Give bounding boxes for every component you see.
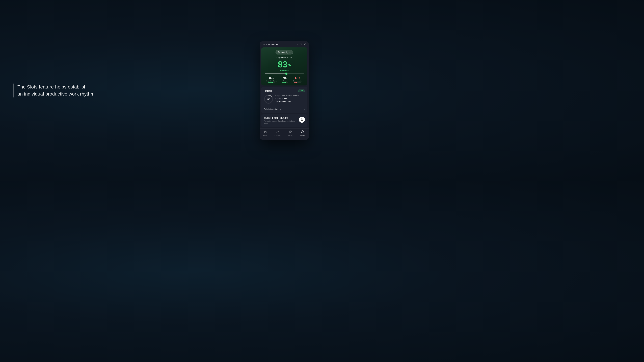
window-controls: − □ ✕	[296, 43, 306, 46]
nav-monitoring[interactable]: Monitoring	[272, 130, 282, 136]
fatigue-info: Fatigue accumulates Normal, a break 4 mi…	[276, 94, 305, 103]
fatigue-body: 17% Fatigue accumulates Normal, a break …	[264, 94, 305, 104]
fatigue-header: Fatigue Low	[264, 89, 305, 92]
nav-tracking[interactable]: Tracking	[298, 130, 306, 136]
training-icon	[289, 130, 292, 134]
stat-concentration: 1.15 Concentration	[293, 76, 302, 83]
today-content: Today: 1 slot | 0h 14m The slot is creat…	[264, 117, 299, 125]
slider-track	[265, 73, 304, 74]
left-text: The Slots feature helps establish an ind…	[14, 83, 94, 97]
stat-cognitive-value: 83%	[266, 76, 277, 80]
fatigue-percent: 17%	[267, 98, 270, 100]
monitoring-icon	[276, 130, 279, 134]
stat-concentration-thumb	[296, 82, 297, 83]
stats-row: 83% Cognitive Score 79% Focus 1.15 Conce…	[264, 76, 304, 83]
tracking-icon	[301, 130, 304, 134]
stat-cognitive-label: Cognitive Score	[266, 80, 277, 82]
nav-training[interactable]: Training	[286, 130, 294, 136]
switch-rest-mode[interactable]: Switch to rest mode ›	[264, 106, 305, 111]
stat-focus-slider	[282, 82, 288, 83]
fatigue-title: Fatigue	[264, 89, 272, 92]
svg-point-2	[302, 119, 302, 120]
slider-fill	[265, 73, 286, 74]
stat-focus-thumb	[285, 82, 286, 83]
fatigue-badge: Low	[298, 89, 305, 92]
nav-items: Home Monitoring Training	[260, 130, 308, 136]
app-window: Mind Tracker BCI − □ ✕ Productivity ≡ Co…	[260, 41, 308, 140]
stat-focus: 79% Focus	[282, 76, 288, 83]
nav-monitoring-label: Monitoring	[274, 135, 281, 136]
stat-cognitive-thumb	[272, 82, 273, 83]
switch-arrow-icon: ›	[304, 108, 305, 111]
score-status: Excellent!	[264, 69, 304, 72]
stat-concentration-slider	[294, 82, 301, 83]
svg-marker-3	[289, 131, 292, 133]
left-border	[14, 83, 14, 97]
fatigue-description: Fatigue accumulates Normal, a break 4 mi…	[276, 94, 305, 100]
nav-training-label: Training	[288, 135, 293, 136]
productivity-label: Productivity	[278, 51, 288, 53]
settings-button[interactable]	[299, 117, 305, 123]
fatigue-section: Fatigue Low 17% Fatigue accumulates Norm…	[261, 87, 307, 113]
score-slider[interactable]	[264, 73, 304, 74]
switch-rest-label: Switch to rest mode	[264, 108, 281, 110]
home-icon	[264, 130, 267, 134]
cognitive-score-title: Cognitive Score	[264, 56, 304, 59]
window-title: Mind Tracker BCI	[263, 43, 280, 46]
slider-thumb	[285, 73, 287, 75]
productivity-badge: Productivity ≡	[264, 50, 304, 54]
headline: The Slots feature helps establish an ind…	[18, 83, 94, 97]
today-section: Today: 1 slot | 0h 14m The slot is creat…	[261, 114, 307, 127]
left-panel: The Slots feature helps establish an ind…	[14, 83, 94, 97]
nav-home[interactable]: Home	[262, 130, 269, 136]
nav-indicator	[279, 138, 289, 138]
filter-icon: ≡	[290, 51, 290, 53]
productivity-section: Productivity ≡ Cognitive Score 83% Excel…	[261, 47, 307, 85]
fatigue-circle: 17%	[264, 94, 273, 104]
current-slot: Current slot:16M	[276, 100, 305, 103]
nav-tracking-label: Tracking	[300, 135, 305, 136]
stat-concentration-label: Concentration	[293, 80, 302, 82]
stat-cognitive: 83% Cognitive Score	[266, 76, 277, 83]
stat-concentration-value: 1.15	[293, 76, 302, 80]
close-button[interactable]: ✕	[304, 43, 306, 46]
stat-cognitive-slider	[268, 82, 275, 83]
stat-focus-label: Focus	[282, 80, 288, 82]
productivity-pill[interactable]: Productivity ≡	[276, 50, 293, 54]
bottom-nav: Home Monitoring Training	[260, 128, 308, 140]
today-description: The slot is created if you have worked a…	[264, 120, 299, 125]
today-title: Today: 1 slot | 0h 14m	[264, 117, 299, 119]
score-unit: %	[288, 63, 291, 67]
nav-home-label: Home	[263, 135, 267, 136]
score-display: 83%	[264, 60, 304, 69]
stat-focus-value: 79%	[282, 76, 288, 80]
svg-point-4	[301, 131, 304, 133]
score-value: 83	[278, 59, 288, 69]
minimize-button[interactable]: −	[296, 43, 298, 46]
title-bar: Mind Tracker BCI − □ ✕	[260, 41, 308, 47]
maximize-button[interactable]: □	[300, 43, 302, 46]
svg-point-5	[302, 131, 303, 132]
